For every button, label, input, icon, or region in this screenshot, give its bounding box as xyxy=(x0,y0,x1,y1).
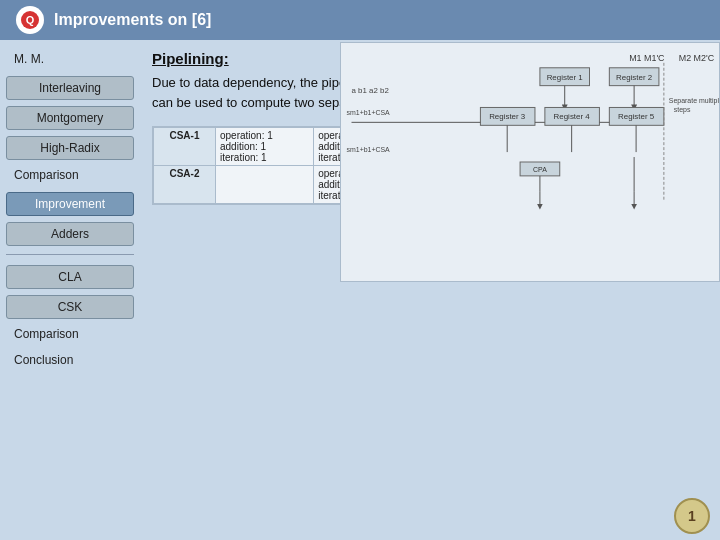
sidebar-item-montgomery[interactable]: Montgomery xyxy=(6,106,134,130)
sidebar-item-comparison2[interactable]: Comparison xyxy=(6,323,134,345)
sidebar-item-comparison1[interactable]: Comparison xyxy=(6,164,134,186)
svg-text:steps: steps xyxy=(674,106,691,114)
svg-text:Register 5: Register 5 xyxy=(618,112,655,121)
svg-text:sm1+b1+CSA: sm1+b1+CSA xyxy=(347,109,391,116)
sidebar-item-adders[interactable]: Adders xyxy=(6,222,134,246)
sidebar: M. M. Interleaving Montgomery High-Radix… xyxy=(0,40,140,538)
sidebar-item-cla[interactable]: CLA xyxy=(6,265,134,289)
header: Q Improvements on [6] xyxy=(0,0,720,40)
svg-text:a  b1  a2 b2: a b1 a2 b2 xyxy=(352,86,389,95)
svg-text:sm1+b1+CSA: sm1+b1+CSA xyxy=(347,146,391,153)
svg-text:CPA: CPA xyxy=(533,166,547,173)
svg-text:M2 M2'C: M2 M2'C xyxy=(679,53,715,63)
csa2-col1 xyxy=(215,166,313,204)
csa2-label: CSA-2 xyxy=(154,166,216,204)
svg-text:Separate multiplier: Separate multiplier xyxy=(669,97,719,105)
svg-text:Register 2: Register 2 xyxy=(616,73,652,82)
header-logo: Q xyxy=(16,6,44,34)
header-title: Improvements on [6] xyxy=(54,11,211,29)
sidebar-divider xyxy=(6,254,134,255)
sidebar-item-high-radix[interactable]: High-Radix xyxy=(6,136,134,160)
csa1-label: CSA-1 xyxy=(154,128,216,166)
sidebar-item-mm[interactable]: M. M. xyxy=(6,48,134,70)
sidebar-item-interleaving[interactable]: Interleaving xyxy=(6,76,134,100)
svg-text:Register 4: Register 4 xyxy=(554,112,591,121)
bottom-logo: 1 xyxy=(674,498,710,534)
sidebar-item-conclusion[interactable]: Conclusion xyxy=(6,349,134,371)
svg-text:Q: Q xyxy=(26,14,35,26)
csa1-col1: operation: 1addition: 1iteration: 1 xyxy=(215,128,313,166)
svg-text:M1 M1'C: M1 M1'C xyxy=(629,53,665,63)
svg-text:Register 1: Register 1 xyxy=(547,73,584,82)
svg-text:Register 3: Register 3 xyxy=(489,112,526,121)
sidebar-item-improvement[interactable]: Improvement xyxy=(6,192,134,216)
sidebar-item-csk[interactable]: CSK xyxy=(6,295,134,319)
pipeline-diagram: M1 M1'C M2 M2'C Register 1 Register 2 a … xyxy=(340,42,720,282)
